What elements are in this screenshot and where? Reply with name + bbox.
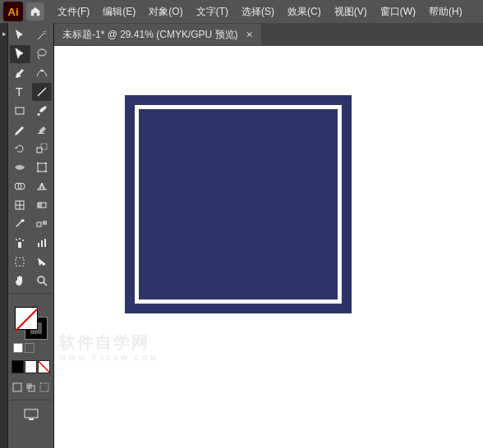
menu-file[interactable]: 文件(F) (51, 0, 96, 23)
rectangle-tool[interactable] (10, 102, 30, 120)
eyedropper-tool[interactable] (10, 215, 30, 233)
pen-tool[interactable] (10, 64, 30, 82)
curvature-tool[interactable] (32, 64, 53, 82)
svg-rect-22 (18, 242, 21, 248)
svg-line-3 (38, 88, 46, 96)
width-tool[interactable] (10, 158, 30, 176)
svg-rect-27 (41, 240, 43, 247)
menu-type[interactable]: 文字(T) (190, 0, 235, 23)
free-transform-tool[interactable] (32, 158, 53, 176)
artwork-rectangle-inner[interactable] (135, 105, 342, 304)
menu-window[interactable]: 窗口(W) (374, 0, 422, 23)
svg-point-23 (16, 239, 17, 240)
svg-rect-4 (16, 107, 24, 114)
direct-selection-tool[interactable] (10, 45, 30, 63)
svg-point-24 (19, 238, 21, 240)
document-tab[interactable]: 未标题-1* @ 29.41% (CMYK/GPU 预览) × (54, 24, 261, 45)
hand-tool[interactable] (10, 272, 30, 290)
eraser-tool[interactable] (32, 121, 53, 139)
menu-bar: Ai 文件(F) 编辑(E) 对象(O) 文字(T) 选择(S) 效果(C) 视… (0, 0, 483, 23)
menu-select[interactable]: 选择(S) (235, 0, 281, 23)
svg-point-30 (38, 277, 44, 283)
app-icon: Ai (3, 2, 23, 21)
svg-rect-32 (13, 383, 21, 391)
document-area: 未标题-1* @ 29.41% (CMYK/GPU 预览) × 软件自学网 WW… (54, 23, 483, 448)
svg-rect-29 (16, 258, 24, 266)
menu-edit[interactable]: 编辑(E) (96, 0, 142, 23)
swap-fill-stroke-icon[interactable] (25, 343, 34, 353)
svg-rect-19 (38, 203, 42, 208)
svg-rect-5 (38, 133, 44, 134)
gradient-tool[interactable] (32, 196, 53, 214)
svg-rect-28 (44, 239, 46, 247)
home-button[interactable] (26, 2, 44, 21)
svg-line-31 (44, 282, 47, 286)
draw-normal-icon[interactable] (12, 381, 23, 393)
svg-point-1 (40, 70, 43, 72)
svg-rect-21 (43, 221, 47, 225)
svg-point-0 (38, 49, 46, 56)
svg-point-9 (37, 162, 39, 164)
svg-point-25 (22, 240, 24, 241)
menu-effect[interactable]: 效果(C) (281, 0, 328, 23)
expand-panels-icon[interactable]: ▸ (0, 23, 8, 44)
rotate-tool[interactable] (10, 139, 30, 158)
symbol-sprayer-tool[interactable] (10, 234, 30, 252)
artwork-rectangle-outer[interactable] (125, 95, 352, 313)
menu-help[interactable]: 帮助(H) (422, 0, 469, 23)
document-tab-bar: 未标题-1* @ 29.41% (CMYK/GPU 预览) × (54, 23, 483, 46)
type-tool[interactable]: T (10, 83, 30, 101)
toolbox: T (8, 23, 54, 448)
watermark: 软件自学网 WWW.RJZXW.COM (59, 331, 159, 362)
draw-inside-icon[interactable] (39, 381, 50, 393)
perspective-grid-tool[interactable] (32, 177, 53, 195)
slice-tool[interactable] (32, 253, 53, 271)
color-swatch-white[interactable] (25, 360, 37, 373)
workspace: ▸ T (0, 23, 483, 448)
shaper-tool[interactable] (10, 121, 30, 139)
zoom-tool[interactable] (32, 272, 53, 290)
fill-color-box[interactable] (15, 307, 38, 330)
svg-point-12 (45, 171, 47, 172)
document-tab-label: 未标题-1* @ 29.41% (CMYK/GPU 预览) (62, 28, 238, 42)
svg-point-10 (45, 162, 47, 164)
svg-text:T: T (16, 85, 23, 98)
draw-behind-icon[interactable] (25, 381, 36, 393)
shape-builder-tool[interactable] (10, 177, 30, 195)
close-tab-icon[interactable]: × (246, 28, 253, 41)
fill-stroke-control[interactable] (10, 302, 52, 356)
svg-rect-36 (25, 409, 38, 418)
svg-rect-35 (40, 383, 48, 391)
lasso-tool[interactable] (32, 45, 53, 63)
mesh-tool[interactable] (10, 196, 30, 214)
color-swatch-black[interactable] (12, 360, 24, 373)
screen-mode-button[interactable] (12, 409, 50, 420)
menu-object[interactable]: 对象(O) (142, 0, 189, 23)
color-swatch-none[interactable] (38, 360, 50, 373)
blend-tool[interactable] (32, 215, 53, 233)
canvas[interactable]: 软件自学网 WWW.RJZXW.COM (54, 46, 483, 448)
menu-view[interactable]: 视图(V) (328, 0, 374, 23)
color-mode-row (12, 360, 50, 373)
scale-tool[interactable] (32, 139, 53, 158)
paintbrush-tool[interactable] (32, 102, 53, 120)
svg-rect-37 (29, 418, 34, 420)
default-fill-stroke-icon[interactable] (13, 343, 23, 353)
column-graph-tool[interactable] (32, 234, 53, 252)
artboard-tool[interactable] (10, 253, 30, 271)
svg-rect-26 (38, 243, 39, 247)
panel-dock-left: ▸ (0, 23, 8, 448)
svg-rect-20 (37, 222, 41, 226)
svg-rect-8 (38, 163, 46, 171)
svg-point-11 (37, 171, 39, 172)
selection-tool[interactable] (10, 26, 30, 44)
magic-wand-tool[interactable] (32, 26, 53, 44)
line-segment-tool[interactable] (32, 83, 53, 101)
drawing-modes (12, 381, 50, 393)
